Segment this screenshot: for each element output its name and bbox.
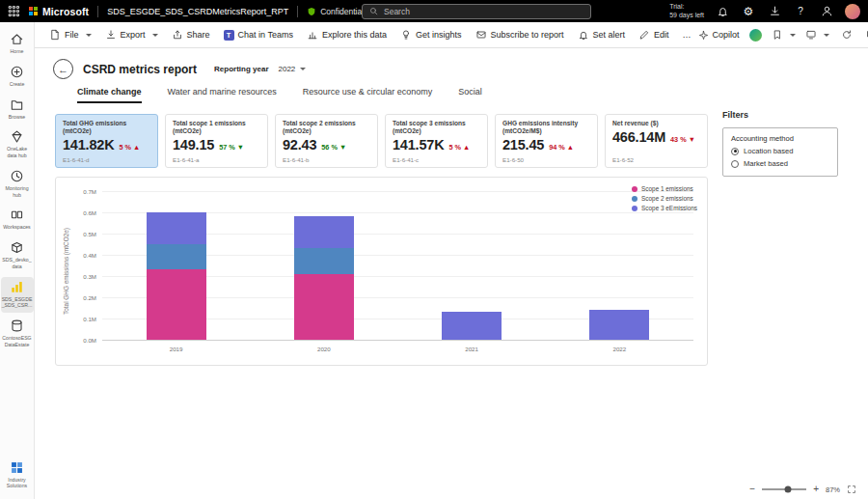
kpi-card-net-revenue[interactable]: Net revenue ($) 466.14M 43 % ▼ E1-6-52 [605, 114, 708, 168]
sidebar-item-sds-devko-data[interactable]: SDS_devko_ data [1, 237, 34, 274]
legend-item[interactable]: Scope 1 emissions [632, 185, 697, 192]
microsoft-logo-icon [29, 7, 38, 15]
bookmarks-dropdown[interactable] [772, 29, 796, 41]
kpi-code: E1-6-50 [502, 156, 590, 163]
zoom-controls: − + 87% [749, 485, 856, 494]
kpi-card-scope2-emissions[interactable]: Total scope 2 emissions (mtCO2e) 92.43 5… [275, 114, 378, 168]
sidebar-item-home[interactable]: Home [1, 29, 34, 59]
bar-segment-scope-3-eemissions-2022[interactable] [589, 310, 649, 340]
toolbar-export-menu[interactable]: Export [98, 22, 165, 47]
notifications-button[interactable] [715, 4, 730, 19]
accounting-method-filter: Accounting method Location based Market … [722, 127, 838, 177]
trend-arrow-icon: ▲ [567, 143, 574, 152]
bar-segment-scope-2-emissions-2020[interactable] [294, 248, 354, 273]
downloads-button[interactable] [767, 4, 782, 19]
toolbar-file-menu[interactable]: File [42, 22, 98, 47]
chevron-down-icon [824, 34, 829, 37]
tab-social[interactable]: Social [458, 87, 482, 103]
copilot-button[interactable]: Copilot [698, 30, 740, 41]
sidebar-item-browse[interactable]: Browse [1, 95, 34, 125]
bar-segment-scope-2-emissions-2019[interactable] [147, 244, 206, 269]
bar-segment-scope-1-emissions-2019[interactable] [147, 269, 206, 340]
toolbar-explore-data-button[interactable]: Explore this data [300, 22, 393, 47]
zoom-in-button[interactable]: + [813, 485, 819, 494]
bar-segment-scope-1-emissions-2020[interactable] [294, 274, 354, 340]
refresh-button[interactable] [839, 27, 854, 42]
tab-climate-change[interactable]: Climate change [77, 87, 142, 103]
sidebar-item-industry-solutions[interactable]: Industry Solutions [1, 457, 34, 494]
legend-item[interactable]: Scope 2 emissions [632, 195, 697, 202]
tab-water-marine[interactable]: Water and marine resources [168, 87, 277, 103]
cube-icon [10, 240, 24, 255]
legend-item[interactable]: Scope 3 eEmissions [632, 205, 697, 211]
search-input[interactable]: Search [362, 4, 591, 19]
kpi-code: E1-6-41-a [173, 156, 260, 163]
bar-segment-scope-3-eemissions-2021[interactable] [442, 312, 502, 340]
chevron-down-icon [300, 68, 306, 70]
help-button[interactable]: ? [793, 4, 808, 19]
radio-label: Location based [744, 147, 794, 155]
sidebar-item-contoso-esg-dataestate[interactable]: ContosoESG DataEstate [1, 316, 34, 352]
pencil-icon [638, 29, 650, 41]
toolbar-subscribe-button[interactable]: Subscribe to report [469, 22, 571, 47]
sidebar-item-monitoring-hub[interactable]: Monitoring hub [1, 166, 34, 203]
zoom-slider-handle[interactable] [784, 486, 791, 493]
sidebar-item-sds-esgde-report[interactable]: SDS_ESGDE _SDS_CSR... [1, 277, 34, 314]
sidebar-item-onelake-data-hub[interactable]: OneLake data hub [1, 126, 34, 163]
waffle-icon [8, 5, 20, 17]
radio-button[interactable] [731, 160, 739, 168]
kpi-code: E1-6-52 [612, 156, 700, 163]
kpi-title: GHG emissions intensity (mtCO2e/M$) [502, 120, 590, 135]
power-bi-icon [10, 280, 24, 294]
view-dropdown[interactable] [805, 29, 829, 41]
zoom-out-button[interactable]: − [749, 485, 755, 494]
more-options-icon: … [683, 30, 692, 40]
sidebar-item-workspaces[interactable]: Workspaces [1, 205, 34, 235]
user-avatar[interactable] [845, 4, 860, 19]
toolbar-more-options-button[interactable]: … [676, 22, 698, 47]
left-nav-sidebar: Home Create Browse OneLake data hub Moni… [0, 22, 35, 499]
sidebar-item-label: SDS_ESGDE _SDS_CSR... [2, 296, 33, 310]
trend-arrow-icon: ▼ [237, 143, 244, 152]
kpi-delta: 57 % ▼ [219, 143, 244, 152]
kpi-cards-row: Total GHG emissions (mtCO2e) 141.82K 5 %… [55, 114, 708, 168]
radio-label: Market based [744, 159, 788, 168]
toolbar-edit-button[interactable]: Edit [632, 22, 676, 47]
app-launcher-button[interactable] [0, 0, 27, 22]
toolbar-item-label: Explore this data [322, 30, 387, 40]
comments-button[interactable] [864, 27, 868, 42]
filter-option-0[interactable]: Location based [731, 147, 829, 155]
kpi-card-scope1-emissions[interactable]: Total scope 1 emissions (mtCO2e) 149.15 … [165, 114, 268, 168]
kpi-value: 149.15 [173, 137, 214, 152]
zoom-slider[interactable] [762, 488, 806, 490]
filter-group-label: Accounting method [731, 134, 829, 143]
feedback-button[interactable] [819, 4, 834, 19]
bar-segment-scope-3-eemissions-2020[interactable] [294, 216, 354, 248]
sidebar-item-label: OneLake data hub [2, 146, 33, 159]
fit-to-page-icon[interactable] [847, 485, 856, 494]
ghg-emissions-stacked-bar-chart[interactable]: Total GHG emissions (mtCO2e) 0.0M0.1M0.2… [55, 177, 708, 366]
back-button[interactable]: ← [53, 59, 73, 79]
toolbar-chat-in-teams-button[interactable]: T Chat in Teams [217, 22, 300, 47]
sidebar-item-create[interactable]: Create [1, 62, 34, 92]
share-icon [172, 29, 183, 41]
radio-button[interactable] [731, 148, 739, 155]
toolbar-set-alert-button[interactable]: Set alert [571, 22, 633, 47]
filter-option-1[interactable]: Market based [731, 159, 829, 168]
kpi-card-scope3-emissions[interactable]: Total scope 3 emissions (mtCO2e) 141.57K… [385, 114, 488, 168]
settings-button[interactable]: ⚙ [741, 4, 756, 19]
microsoft-brand: Microsoft [42, 6, 89, 17]
x-tick-label: 2020 [317, 346, 331, 352]
y-tick-label: 0.3M [68, 273, 96, 280]
toolbar-get-insights-button[interactable]: Get insights [393, 22, 469, 47]
copilot-badge-icon[interactable] [749, 29, 762, 42]
reporting-year-value: 2022 [279, 65, 296, 73]
kpi-card-ghg-intensity[interactable]: GHG emissions intensity (mtCO2e/M$) 215.… [495, 114, 598, 168]
tab-resource-use[interactable]: Resource use & circular economy [303, 87, 433, 103]
toolbar-item-label: Subscribe to report [491, 30, 564, 40]
kpi-delta: 56 % ▼ [321, 143, 346, 152]
reporting-year-dropdown[interactable]: 2022 [279, 65, 307, 73]
bar-segment-scope-3-eemissions-2019[interactable] [147, 212, 206, 244]
toolbar-share-button[interactable]: Share [165, 22, 217, 47]
kpi-card-total-ghg-emissions[interactable]: Total GHG emissions (mtCO2e) 141.82K 5 %… [55, 114, 158, 168]
